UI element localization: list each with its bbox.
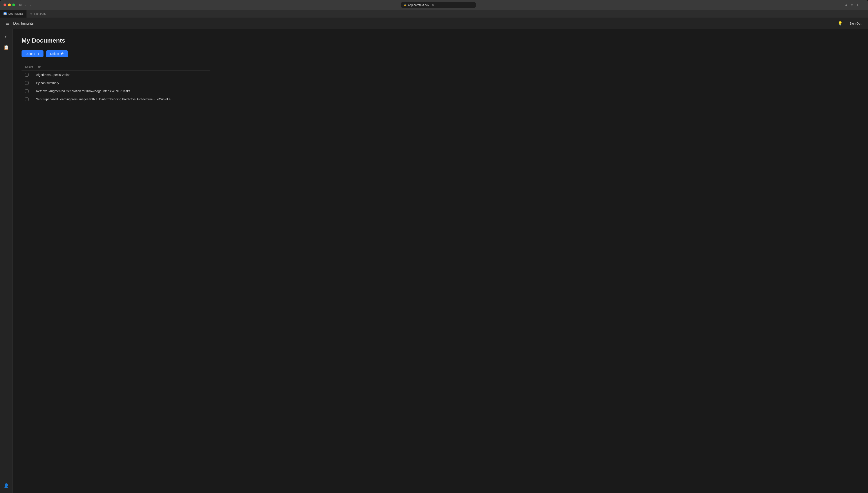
sort-arrow-icon: ↑	[42, 66, 43, 68]
page-title: My Documents	[22, 37, 859, 44]
table-row[interactable]: Algorithms Specialization	[22, 71, 210, 79]
doc-insights-tab-icon: 📋	[3, 12, 6, 15]
sidebar-panels-icon[interactable]: ⊟	[862, 3, 865, 7]
forward-button[interactable]: ›	[28, 2, 32, 8]
share-icon[interactable]: ⬆	[851, 3, 853, 7]
tab-start-page[interactable]: ☆ Start Page	[26, 10, 50, 18]
row-title-4: Self-Supervised Learning from Images wit…	[36, 98, 207, 101]
sign-out-button[interactable]: Sign Out	[847, 20, 864, 26]
lock-icon: 🔒	[404, 3, 407, 6]
upload-label: Upload	[25, 52, 35, 56]
tab-doc-insights-label: Doc Insights	[8, 12, 23, 15]
row-checkbox-2[interactable]	[25, 81, 36, 85]
app-container: ☰ Doc Insights 💡 Sign Out ⌂ 📋 👤	[0, 18, 868, 493]
row-checkbox-4[interactable]	[25, 98, 36, 101]
column-header-select: Select	[25, 65, 36, 68]
tab-doc-insights[interactable]: 📋 Doc Insights	[0, 10, 26, 18]
table-header: Select Title ↑	[22, 63, 210, 70]
url-text: app.coretext.dev	[408, 3, 429, 6]
start-page-star-icon: ☆	[30, 12, 33, 15]
download-icon[interactable]: ⬇	[845, 3, 848, 7]
documents-icon: 📋	[3, 45, 9, 50]
close-button[interactable]	[3, 3, 6, 6]
sidebar-toggle-button[interactable]: ⊞	[18, 2, 23, 8]
main-layout: ⌂ 📋 👤 My Documents Upload ⬆	[0, 29, 868, 493]
delete-button[interactable]: Delete 🗑	[46, 50, 68, 57]
browser-titlebar: ⊞ ‹ › 🔒 app.coretext.dev ↻ ⬇ ⬆ + ⊟	[0, 0, 868, 10]
row-title-1: Algorithms Specialization	[36, 73, 207, 77]
delete-label: Delete	[50, 52, 59, 56]
back-button[interactable]: ‹	[24, 2, 28, 8]
browser-window: ⊞ ‹ › 🔒 app.coretext.dev ↻ ⬇ ⬆ + ⊟ 📋 Doc…	[0, 0, 868, 493]
sidebar: ⌂ 📋 👤	[0, 29, 13, 493]
sidebar-item-documents[interactable]: 📋	[2, 43, 11, 52]
home-icon: ⌂	[5, 34, 7, 39]
delete-icon: 🗑	[61, 52, 64, 56]
reload-icon[interactable]: ↻	[432, 3, 434, 6]
minimize-button[interactable]	[8, 3, 11, 6]
header-actions: 💡 Sign Out	[836, 20, 864, 27]
tab-start-page-label: Start Page	[34, 12, 46, 15]
address-bar[interactable]: 🔒 app.coretext.dev ↻	[35, 2, 842, 8]
lightbulb-button[interactable]: 💡	[836, 20, 844, 27]
toolbar: Upload ⬆ Delete 🗑	[22, 50, 859, 57]
app-header: ☰ Doc Insights 💡 Sign Out	[0, 18, 868, 29]
main-content: My Documents Upload ⬆ Delete 🗑	[13, 29, 868, 493]
url-input[interactable]: 🔒 app.coretext.dev ↻	[401, 2, 476, 8]
row-checkbox-1[interactable]	[25, 73, 36, 77]
upload-icon: ⬆	[37, 52, 40, 56]
row-checkbox-3[interactable]	[25, 89, 36, 93]
sidebar-item-home[interactable]: ⌂	[2, 32, 11, 41]
documents-table: Select Title ↑ Algorithms Specialization	[22, 63, 210, 103]
sidebar-item-profile[interactable]: 👤	[2, 481, 11, 490]
checkbox-2[interactable]	[25, 81, 28, 85]
upload-button[interactable]: Upload ⬆	[22, 50, 43, 57]
app-title: Doc Insights	[13, 21, 836, 26]
row-title-3: Retrieval-Augmented Generation for Knowl…	[36, 89, 207, 93]
column-header-title[interactable]: Title ↑	[36, 65, 207, 68]
browser-actions: ⬇ ⬆ + ⊟	[845, 3, 865, 7]
traffic-lights	[3, 3, 15, 6]
maximize-button[interactable]	[12, 3, 15, 6]
table-row[interactable]: Python summary	[22, 79, 210, 87]
table-row[interactable]: Retrieval-Augmented Generation for Knowl…	[22, 87, 210, 95]
new-tab-icon[interactable]: +	[856, 3, 859, 7]
checkbox-1[interactable]	[25, 73, 28, 77]
browser-controls: ⊞ ‹ ›	[18, 2, 32, 8]
row-title-2: Python summary	[36, 81, 207, 85]
checkbox-3[interactable]	[25, 89, 28, 93]
checkbox-4[interactable]	[25, 98, 28, 101]
hamburger-button[interactable]: ☰	[4, 20, 11, 27]
browser-tabs: 📋 Doc Insights ☆ Start Page	[0, 10, 868, 18]
table-row[interactable]: Self-Supervised Learning from Images wit…	[22, 95, 210, 103]
profile-icon: 👤	[3, 483, 9, 488]
